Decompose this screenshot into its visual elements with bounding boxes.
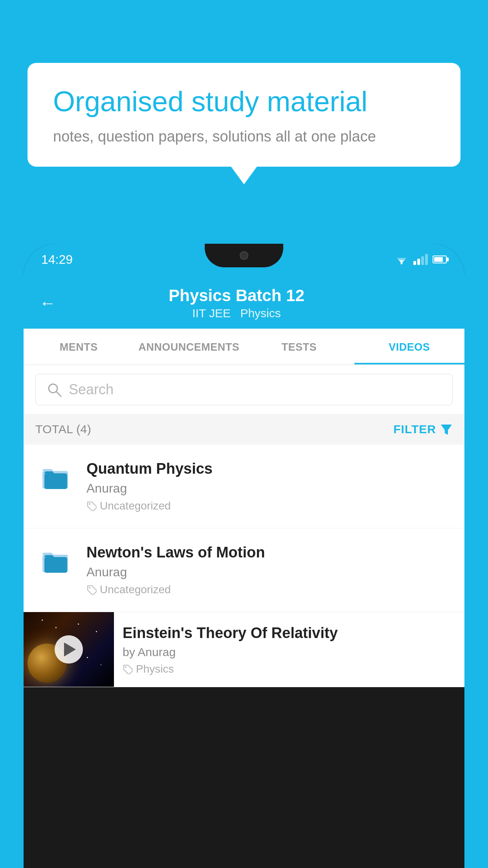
- svg-line-5: [56, 392, 61, 396]
- tag-icon: [123, 664, 133, 674]
- back-button[interactable]: ←: [39, 294, 56, 313]
- svg-rect-8: [44, 473, 67, 489]
- item-author: Anurag: [86, 481, 453, 496]
- item-title: Newton's Laws of Motion: [86, 544, 453, 561]
- item-text-area: Einstein's Theory Of Relativity by Anura…: [114, 612, 464, 684]
- phone-frame: 14:29: [24, 244, 464, 868]
- total-count-label: TOTAL (4): [35, 423, 91, 436]
- item-title: Quantum Physics: [86, 460, 453, 477]
- status-icons: [394, 254, 447, 265]
- play-triangle-icon: [64, 642, 76, 657]
- filter-button[interactable]: FILTER: [393, 423, 453, 436]
- play-button[interactable]: [55, 635, 83, 664]
- tab-announcements[interactable]: ANNOUNCEMENTS: [134, 329, 244, 364]
- item-text-area: Newton's Laws of Motion Anurag Uncategor…: [86, 544, 453, 596]
- item-icon-area: [35, 544, 75, 576]
- item-tag-label: Uncategorized: [100, 583, 171, 596]
- batch-title: Physics Batch 12: [68, 286, 405, 305]
- tag-icon: [86, 585, 97, 595]
- batch-subject: Physics: [240, 307, 281, 320]
- battery-fill: [434, 257, 443, 262]
- speech-bubble-title: Organised study material: [53, 85, 435, 118]
- item-tag-label: Physics: [136, 663, 174, 675]
- item-text-area: Quantum Physics Anurag Uncategorized: [86, 460, 453, 512]
- filter-bar: TOTAL (4) FILTER: [24, 414, 464, 445]
- signal-bars-icon: [413, 254, 428, 265]
- video-list: Quantum Physics Anurag Uncategorized: [24, 445, 464, 687]
- batch-category: IIT JEE: [192, 307, 231, 320]
- list-item[interactable]: Quantum Physics Anurag Uncategorized: [24, 445, 464, 528]
- svg-point-9: [89, 503, 90, 505]
- search-placeholder: Search: [69, 381, 114, 398]
- speech-bubble-container: Organised study material notes, question…: [28, 63, 460, 167]
- battery-icon: [433, 256, 447, 263]
- tab-videos[interactable]: VIDEOS: [354, 329, 465, 364]
- list-item[interactable]: Einstein's Theory Of Relativity by Anura…: [24, 612, 464, 687]
- item-tag-label: Uncategorized: [100, 500, 171, 512]
- speech-bubble-subtitle: notes, question papers, solutions all at…: [53, 128, 435, 145]
- status-time: 14:29: [41, 252, 73, 267]
- svg-rect-11: [44, 557, 67, 573]
- camera-dot: [240, 251, 248, 260]
- item-tag: Uncategorized: [86, 500, 453, 512]
- app-header: ← Physics Batch 12 IIT JEE Physics: [24, 275, 464, 329]
- search-container: Search: [24, 365, 464, 414]
- item-author: Anurag: [86, 565, 453, 579]
- phone-notch: [205, 244, 283, 267]
- search-input-wrapper[interactable]: Search: [35, 374, 453, 405]
- item-author: by Anurag: [123, 645, 456, 659]
- filter-funnel-icon: [440, 423, 453, 436]
- wifi-icon: [394, 254, 409, 265]
- search-icon: [47, 382, 62, 397]
- svg-point-13: [125, 666, 127, 668]
- svg-marker-6: [441, 425, 452, 435]
- item-tag: Physics: [123, 663, 456, 675]
- tabs-container: MENTS ANNOUNCEMENTS TESTS VIDEOS: [24, 329, 464, 365]
- svg-point-3: [401, 263, 403, 265]
- item-icon-area: [35, 460, 75, 492]
- item-title: Einstein's Theory Of Relativity: [123, 625, 456, 642]
- folder-icon: [40, 546, 70, 576]
- tab-ments[interactable]: MENTS: [24, 329, 134, 364]
- video-thumbnail: [24, 612, 114, 687]
- svg-point-12: [89, 587, 90, 588]
- tag-icon: [86, 501, 97, 511]
- speech-bubble: Organised study material notes, question…: [28, 63, 460, 167]
- item-tag: Uncategorized: [86, 583, 453, 596]
- tab-tests[interactable]: TESTS: [244, 329, 354, 364]
- status-bar: 14:29: [24, 244, 464, 275]
- batch-subtitle: IIT JEE Physics: [68, 307, 405, 320]
- header-title-area: Physics Batch 12 IIT JEE Physics: [68, 286, 405, 320]
- filter-label: FILTER: [393, 423, 436, 436]
- folder-icon: [40, 462, 70, 492]
- list-item[interactable]: Newton's Laws of Motion Anurag Uncategor…: [24, 528, 464, 612]
